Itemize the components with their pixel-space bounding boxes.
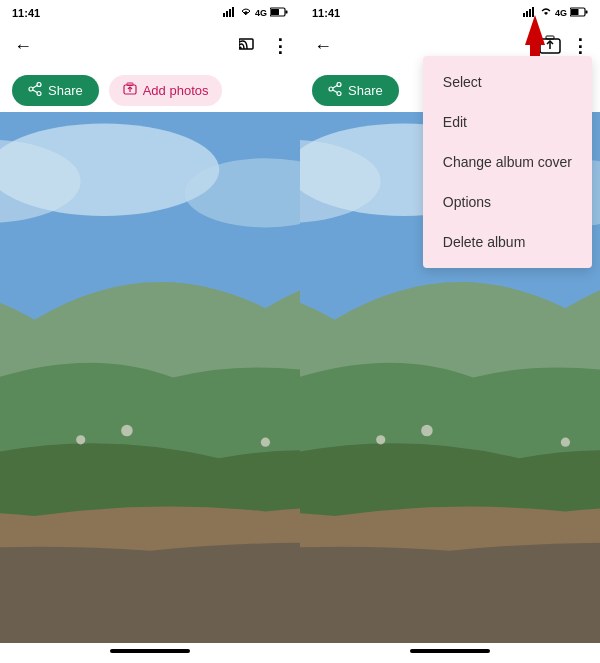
action-icons-right: ⋮ xyxy=(539,34,590,58)
back-button-right[interactable]: ← xyxy=(310,32,336,61)
svg-line-42 xyxy=(333,90,337,93)
add-photos-button-left[interactable]: Add photos xyxy=(109,75,223,106)
status-icons-right: 4G xyxy=(523,7,588,19)
cast-icon-left[interactable] xyxy=(239,35,261,58)
share-button-left[interactable]: Share xyxy=(12,75,99,106)
svg-rect-2 xyxy=(229,9,231,17)
svg-line-41 xyxy=(333,85,337,88)
svg-rect-31 xyxy=(532,7,534,17)
svg-point-10 xyxy=(29,87,33,91)
svg-point-9 xyxy=(37,91,41,95)
svg-rect-37 xyxy=(546,36,554,39)
share-button-right[interactable]: Share xyxy=(312,75,399,106)
more-menu-icon-left[interactable]: ⋮ xyxy=(271,35,290,57)
action-icons-left: ⋮ xyxy=(239,35,290,58)
status-bar-left: 11:41 4G xyxy=(0,0,300,24)
svg-rect-28 xyxy=(523,13,525,17)
battery-left xyxy=(270,7,288,19)
menu-item-edit[interactable]: Edit xyxy=(423,102,592,142)
nav-bar-right xyxy=(300,643,600,663)
signal-icon-right xyxy=(523,7,537,19)
wifi-icon-left xyxy=(240,7,252,19)
back-button-left[interactable]: ← xyxy=(10,32,36,61)
network-right: 4G xyxy=(555,8,567,18)
svg-point-22 xyxy=(76,435,85,444)
time-right: 11:41 xyxy=(312,7,340,19)
svg-rect-30 xyxy=(529,9,531,17)
menu-item-change-cover[interactable]: Change album cover xyxy=(423,142,592,182)
right-screen: 11:41 4G xyxy=(300,0,600,663)
svg-rect-1 xyxy=(226,11,228,17)
svg-rect-5 xyxy=(286,11,288,14)
add-photos-label-left: Add photos xyxy=(143,83,209,98)
svg-rect-0 xyxy=(223,13,225,17)
nav-bar-left xyxy=(0,643,300,663)
share-icon-right xyxy=(328,82,342,99)
svg-rect-3 xyxy=(232,7,234,17)
time-left: 11:41 xyxy=(12,7,40,19)
share-label-right: Share xyxy=(348,83,383,98)
svg-point-38 xyxy=(337,82,341,86)
action-bar-left: ← ⋮ xyxy=(0,24,300,68)
svg-point-51 xyxy=(561,438,570,447)
upload-icon-right[interactable] xyxy=(539,34,561,58)
svg-point-8 xyxy=(37,82,41,86)
svg-point-40 xyxy=(329,87,333,91)
menu-item-options[interactable]: Options xyxy=(423,182,592,222)
svg-point-23 xyxy=(121,425,133,437)
more-menu-icon-right[interactable]: ⋮ xyxy=(571,35,590,57)
svg-point-49 xyxy=(376,435,385,444)
buttons-row-left: Share Add photos xyxy=(0,68,300,112)
svg-point-50 xyxy=(421,425,433,437)
menu-item-select[interactable]: Select xyxy=(423,62,592,102)
photo-area-left xyxy=(0,112,300,643)
svg-line-11 xyxy=(33,85,37,88)
battery-right xyxy=(570,7,588,19)
network-left: 4G xyxy=(255,8,267,18)
menu-item-delete[interactable]: Delete album xyxy=(423,222,592,262)
nav-indicator-left xyxy=(110,649,190,653)
context-menu: Select Edit Change album cover Options D… xyxy=(423,56,592,268)
svg-rect-15 xyxy=(127,83,133,86)
status-bar-right: 11:41 4G xyxy=(300,0,600,24)
svg-rect-29 xyxy=(526,11,528,17)
add-photos-icon-left xyxy=(123,82,137,99)
svg-point-24 xyxy=(261,438,270,447)
wifi-icon-right xyxy=(540,7,552,19)
signal-icon-left xyxy=(223,7,237,19)
svg-point-39 xyxy=(337,91,341,95)
share-label-left: Share xyxy=(48,83,83,98)
left-screen: 11:41 4G xyxy=(0,0,300,663)
svg-rect-6 xyxy=(271,9,279,15)
share-icon-left xyxy=(28,82,42,99)
svg-rect-34 xyxy=(571,9,579,15)
status-icons-left: 4G xyxy=(223,7,288,19)
svg-line-12 xyxy=(33,90,37,93)
nav-indicator-right xyxy=(410,649,490,653)
svg-rect-33 xyxy=(586,11,588,14)
